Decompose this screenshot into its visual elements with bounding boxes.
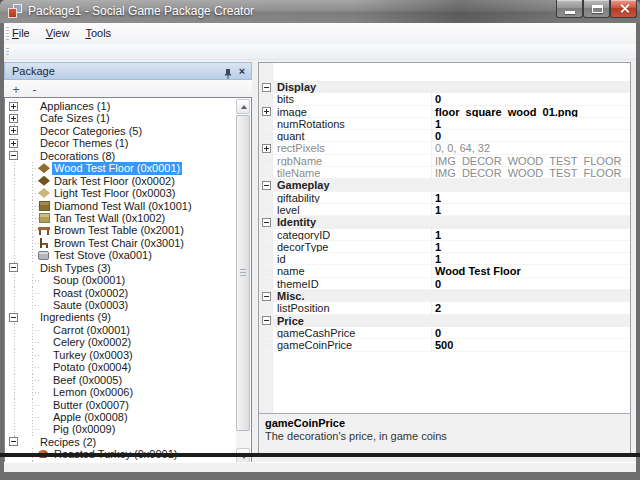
tree-item[interactable]: Dark Test Floor (0x0002)	[5, 175, 236, 187]
tree-item[interactable]: Cafe Sizes (1)	[5, 112, 236, 124]
menu-tools[interactable]: Tools	[77, 25, 119, 41]
tree-item[interactable]: Beef (0x0005)	[5, 374, 236, 386]
property-value[interactable]: 1	[431, 241, 628, 253]
property-value[interactable]: 1	[431, 253, 628, 265]
pin-button[interactable]	[222, 66, 234, 78]
property-row[interactable]: categoryID1	[259, 229, 630, 241]
scrollbar-thumb[interactable]	[236, 115, 250, 431]
collapse-icon[interactable]	[9, 263, 18, 272]
resize-grip[interactable]	[626, 463, 634, 471]
tree-item[interactable]: Celery (0x0002)	[5, 336, 236, 348]
close-button[interactable]	[610, 0, 637, 18]
collapse-icon[interactable]	[9, 437, 18, 446]
collapse-icon[interactable]	[262, 218, 271, 227]
property-row[interactable]: rgbNameIMG_DECOR_WOOD_TEST_FLOOR_0x0001_…	[259, 155, 630, 167]
property-row[interactable]: rectPixels0, 0, 64, 32	[259, 142, 630, 154]
maximize-button[interactable]	[583, 0, 610, 18]
collapse-icon[interactable]	[262, 292, 271, 301]
tree-item[interactable]: Dish Types (3)	[5, 262, 236, 274]
tree-item[interactable]: Ingredients (9)	[5, 311, 236, 323]
property-value[interactable]: 0	[431, 327, 628, 339]
property-value[interactable]: 1	[431, 192, 628, 204]
collapse-icon[interactable]	[262, 83, 271, 92]
property-row[interactable]: bits0	[259, 93, 630, 105]
menubar-grip[interactable]	[6, 27, 9, 40]
property-row[interactable]: id1	[259, 253, 630, 265]
toolstrip-grip[interactable]	[6, 48, 9, 55]
panel-close-button[interactable]: ×	[236, 64, 248, 78]
property-category-row[interactable]: Display	[259, 81, 630, 93]
property-category-row[interactable]: Identity	[259, 216, 630, 228]
property-value[interactable]: IMG_DECOR_WOOD_TEST_FLOOR_0x0001_RG	[431, 155, 628, 167]
tree-item[interactable]: Pig (0x0009)	[5, 423, 236, 435]
property-value[interactable]: 1	[431, 229, 628, 241]
expand-icon[interactable]	[9, 126, 18, 135]
property-category-row[interactable]: Misc.	[259, 290, 630, 302]
property-value[interactable]: 0	[431, 278, 628, 290]
tree-item[interactable]: Saute (0x0003)	[5, 299, 236, 311]
property-value[interactable]: 0	[431, 93, 628, 105]
collapse-icon[interactable]	[262, 316, 271, 325]
tree-item[interactable]: Diamond Test Wall (0x1001)	[5, 200, 236, 212]
property-row[interactable]: giftability1	[259, 192, 630, 204]
property-value[interactable]: 0, 0, 64, 32	[431, 142, 628, 154]
add-item-button[interactable]: +	[9, 84, 23, 98]
tree-item[interactable]: Soup (0x0001)	[5, 274, 236, 286]
expand-icon[interactable]	[9, 102, 18, 111]
property-value[interactable]: 0	[431, 130, 628, 142]
tree-item[interactable]: Brown Test Table (0x2001)	[5, 224, 236, 236]
property-value[interactable]: Wood Test Floor	[431, 265, 628, 277]
property-value[interactable]: IMG_DECOR_WOOD_TEST_FLOOR_0x0001	[431, 167, 628, 179]
tree-item[interactable]: Light Test Floor (0x0003)	[5, 187, 236, 199]
tree-item[interactable]: Apple (0x0008)	[5, 411, 236, 423]
property-row[interactable]: quant0	[259, 130, 630, 142]
titlebar[interactable]: Package1 - Social Game Package Creator	[0, 0, 640, 23]
tree-item[interactable]: Butter (0x0007)	[5, 399, 236, 411]
property-row[interactable]: gameCashPrice0	[259, 327, 630, 339]
property-row[interactable]: level1	[259, 204, 630, 216]
tree-item[interactable]: Decor Categories (5)	[5, 125, 236, 137]
collapse-icon[interactable]	[9, 313, 18, 322]
property-row[interactable]: themeID0	[259, 278, 630, 290]
expand-icon[interactable]	[262, 144, 271, 153]
property-value[interactable]: 1	[431, 204, 628, 216]
property-value[interactable]: 2	[431, 302, 628, 314]
remove-item-button[interactable]: -	[27, 84, 41, 98]
tree-item[interactable]: Brown Test Chair (0x3001)	[5, 237, 236, 249]
property-row[interactable]: numRotations1	[259, 118, 630, 130]
expand-icon[interactable]	[262, 107, 271, 116]
tree-item[interactable]: Roast (0x0002)	[5, 287, 236, 299]
expand-icon[interactable]	[9, 114, 18, 123]
menu-file[interactable]: File	[4, 25, 38, 41]
package-panel-header[interactable]: Package ×	[4, 62, 252, 80]
tree-scrollbar[interactable]	[236, 99, 250, 463]
tree-item[interactable]: Turkey (0x0003)	[5, 349, 236, 361]
tree-item[interactable]: Potato (0x0004)	[5, 361, 236, 373]
property-category-row[interactable]: Price	[259, 315, 630, 327]
tree-item[interactable]: Recipes (2)	[5, 436, 236, 448]
property-row[interactable]: nameWood Test Floor	[259, 265, 630, 277]
collapse-icon[interactable]	[262, 181, 271, 190]
property-row[interactable]: gameCoinPrice500	[259, 339, 630, 351]
tree-item[interactable]: Decor Themes (1)	[5, 137, 236, 149]
scroll-up-arrow[interactable]	[236, 99, 250, 114]
property-category-row[interactable]: Gameplay	[259, 179, 630, 191]
tree-item[interactable]: Lemon (0x0006)	[5, 386, 236, 398]
expand-icon[interactable]	[9, 139, 18, 148]
property-row[interactable]: imagefloor_square_wood_01.png	[259, 106, 630, 118]
minimize-button[interactable]	[556, 0, 583, 18]
tree-item[interactable]: Appliances (1)	[5, 100, 236, 112]
property-row[interactable]: listPosition2	[259, 302, 630, 314]
tree-item[interactable]: Test Stove (0xa001)	[5, 249, 236, 261]
property-row[interactable]: decorType1	[259, 241, 630, 253]
property-value[interactable]: 1	[431, 118, 628, 130]
property-value[interactable]: floor_square_wood_01.png	[431, 106, 628, 118]
menu-view[interactable]: View	[38, 25, 78, 41]
collapse-icon[interactable]	[9, 151, 18, 160]
tree-item[interactable]: Tan Test Wall (0x1002)	[5, 212, 236, 224]
property-row[interactable]: tileNameIMG_DECOR_WOOD_TEST_FLOOR_0x0001	[259, 167, 630, 179]
property-value[interactable]: 500	[431, 339, 628, 351]
tree-item[interactable]: Wood Test Floor (0x0001)	[5, 162, 236, 174]
tree-item[interactable]: Decorations (8)	[5, 150, 236, 162]
tree-item[interactable]: Carrot (0x0001)	[5, 324, 236, 336]
